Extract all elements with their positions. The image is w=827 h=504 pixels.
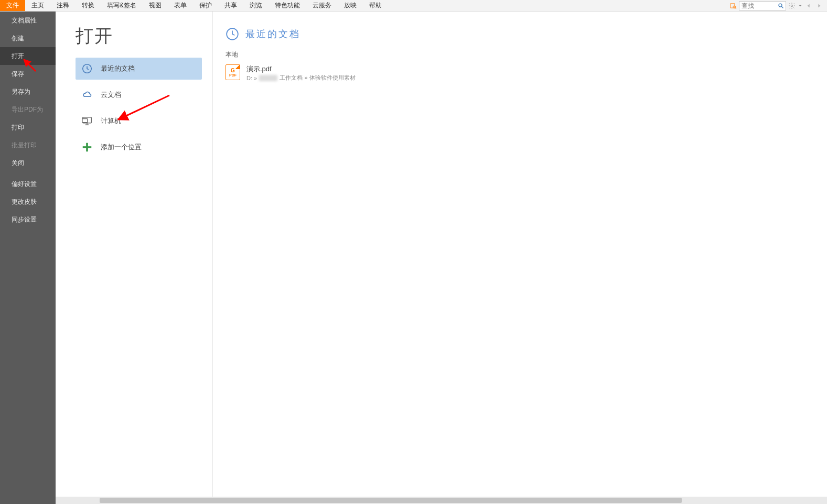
menu-tab-6[interactable]: 表单: [168, 0, 193, 11]
menubar-right: [728, 0, 827, 11]
open-panel-title: 打开: [76, 24, 202, 48]
file-name: 演示.pdf: [246, 64, 356, 74]
search-icon[interactable]: [776, 2, 786, 10]
svg-point-3: [779, 4, 782, 7]
recent-file-row[interactable]: GPDF演示.pdfD: » ████ 工作文档 » 体验软件使用素材: [225, 62, 827, 84]
open-source-clock[interactable]: 最近的文档: [76, 58, 202, 80]
computer-icon: [81, 115, 93, 127]
menu-tab-11[interactable]: 云服务: [306, 0, 338, 11]
recent-section-label: 本地: [225, 50, 827, 59]
svg-rect-8: [82, 118, 88, 122]
sidebar-item-7: 批量打印: [0, 136, 56, 154]
menu-tab-3[interactable]: 转换: [76, 0, 101, 11]
open-source-label: 云文档: [101, 90, 121, 100]
open-source-label: 添加一个位置: [101, 143, 142, 152]
menu-tab-10[interactable]: 特色功能: [268, 0, 306, 11]
file-meta: 演示.pdfD: » ████ 工作文档 » 体验软件使用素材: [246, 64, 356, 82]
open-source-label: 计算机: [101, 116, 121, 126]
open-sources-panel: 打开 最近的文档云文档计算机添加一个位置: [56, 12, 213, 504]
sidebar-item-4[interactable]: 另存为: [0, 83, 56, 101]
sidebar-item-10[interactable]: 更改皮肤: [0, 193, 56, 211]
sidebar-item-9[interactable]: 偏好设置: [0, 175, 56, 193]
sidebar-item-3[interactable]: 保存: [0, 65, 56, 83]
open-source-plus[interactable]: 添加一个位置: [76, 136, 202, 158]
sidebar-item-1[interactable]: 创建: [0, 29, 56, 47]
menu-tab-13[interactable]: 帮助: [363, 0, 388, 11]
open-source-computer[interactable]: 计算机: [76, 110, 202, 132]
open-source-label: 最近的文档: [101, 64, 135, 73]
recent-title: 最近的文档: [245, 28, 300, 40]
menu-tab-1[interactable]: 主页: [25, 0, 50, 11]
gear-icon[interactable]: [787, 1, 797, 10]
menu-tab-4[interactable]: 填写&签名: [101, 0, 143, 11]
menu-tab-9[interactable]: 浏览: [243, 0, 268, 11]
clock-icon: [225, 27, 239, 41]
menu-tab-7[interactable]: 保护: [193, 0, 218, 11]
chevron-down-icon[interactable]: [798, 1, 803, 10]
sidebar-item-5: 导出PDF为: [0, 101, 56, 118]
svg-rect-12: [83, 146, 92, 148]
menubar-spacer: [388, 0, 728, 11]
sidebar-item-8[interactable]: 关闭: [0, 154, 56, 172]
cloud-icon: [81, 89, 93, 101]
svg-line-4: [782, 6, 783, 8]
file-sidebar: 文档属性创建打开保存另存为导出PDF为打印批量打印关闭偏好设置更改皮肤同步设置: [0, 12, 56, 504]
recent-panel: 最近的文档 本地 GPDF演示.pdfD: » ████ 工作文档 » 体验软件…: [213, 12, 827, 504]
menubar: 文件主页注释转换填写&签名视图表单保护共享浏览特色功能云服务放映帮助: [0, 0, 827, 12]
search-input[interactable]: [739, 2, 776, 9]
search-box[interactable]: [739, 1, 786, 10]
scrollbar-thumb[interactable]: [100, 498, 682, 503]
nav-back-icon[interactable]: [804, 1, 813, 10]
sidebar-item-2[interactable]: 打开: [0, 47, 56, 65]
pdf-file-icon: GPDF: [225, 64, 240, 80]
menu-tab-2[interactable]: 注释: [50, 0, 76, 11]
sidebar-item-0[interactable]: 文档属性: [0, 12, 56, 29]
recent-header: 最近的文档: [225, 27, 827, 41]
svg-point-5: [791, 5, 793, 7]
menu-tab-8[interactable]: 共享: [218, 0, 243, 11]
plus-icon: [81, 141, 93, 154]
sidebar-item-11[interactable]: 同步设置: [0, 211, 56, 228]
file-path: D: » ████ 工作文档 » 体验软件使用素材: [246, 74, 356, 82]
clock-icon: [81, 62, 93, 75]
nav-forward-icon[interactable]: [814, 1, 824, 10]
svg-line-2: [735, 8, 736, 9]
sidebar-item-6[interactable]: 打印: [0, 118, 56, 136]
search-scope-icon[interactable]: [728, 1, 738, 10]
horizontal-scrollbar[interactable]: [56, 497, 827, 504]
open-source-cloud[interactable]: 云文档: [76, 84, 202, 106]
menu-tab-12[interactable]: 放映: [338, 0, 363, 11]
menu-tab-5[interactable]: 视图: [143, 0, 168, 11]
menu-tab-0[interactable]: 文件: [0, 0, 25, 11]
